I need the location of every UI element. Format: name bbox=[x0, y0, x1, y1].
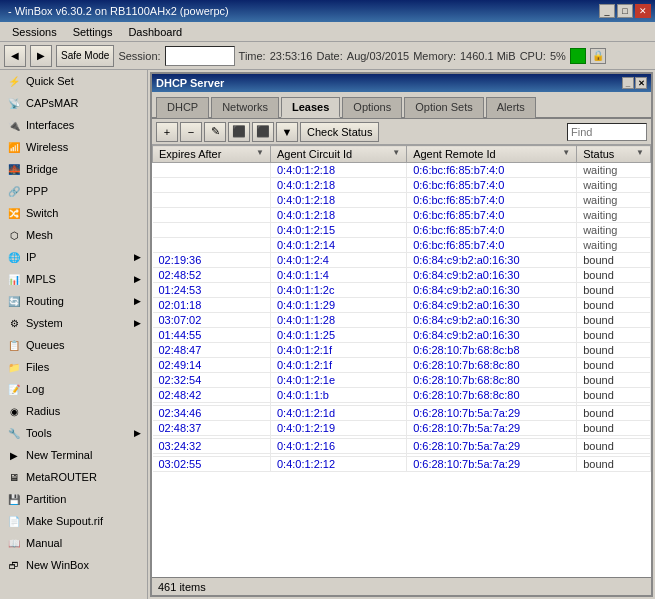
sidebar-item-ip[interactable]: 🌐 IP ▶ bbox=[0, 246, 147, 268]
col-agent-circuit-id[interactable]: Agent Circuit Id ▼ bbox=[270, 146, 406, 163]
table-row[interactable]: 01:44:550:4:0:1:1:250:6:84:c9:b2:a0:16:3… bbox=[153, 328, 651, 343]
sidebar-item-switch[interactable]: 🔀 Switch bbox=[0, 202, 147, 224]
table-row[interactable]: 02:49:140:4:0:1:2:1f0:6:28:10:7b:68:8c:8… bbox=[153, 358, 651, 373]
sidebar-item-files[interactable]: 📁 Files bbox=[0, 356, 147, 378]
table-row[interactable]: 0:4:0:1:2:180:6:bc:f6:85:b7:4:0waiting bbox=[153, 193, 651, 208]
sidebar-item-routing[interactable]: 🔄 Routing ▶ bbox=[0, 290, 147, 312]
tab-networks[interactable]: Networks bbox=[211, 97, 279, 118]
table-row[interactable]: 03:02:550:4:0:1:2:120:6:28:10:7b:5a:7a:2… bbox=[153, 457, 651, 472]
sidebar-item-bridge[interactable]: 🌉 Bridge bbox=[0, 158, 147, 180]
sidebar-item-manual[interactable]: 📖 Manual bbox=[0, 532, 147, 554]
remove-button[interactable]: − bbox=[180, 122, 202, 142]
add-button[interactable]: + bbox=[156, 122, 178, 142]
search-input[interactable] bbox=[567, 123, 647, 141]
sidebar-item-radius[interactable]: ◉ Radius bbox=[0, 400, 147, 422]
tab-dhcp[interactable]: DHCP bbox=[156, 97, 209, 118]
maximize-button[interactable]: □ bbox=[617, 4, 633, 18]
tab-option-sets[interactable]: Option Sets bbox=[404, 97, 483, 118]
table-row[interactable]: 0:4:0:1:2:180:6:bc:f6:85:b7:4:0waiting bbox=[153, 178, 651, 193]
sidebar-item-quick-set[interactable]: ⚡ Quick Set bbox=[0, 70, 147, 92]
dhcp-minimize-button[interactable]: _ bbox=[622, 77, 634, 89]
table-row[interactable]: 0:4:0:1:2:180:6:bc:f6:85:b7:4:0waiting bbox=[153, 163, 651, 178]
table-row[interactable]: 02:48:420:4:0:1:1:b0:6:28:10:7b:68:8c:80… bbox=[153, 388, 651, 403]
table-row[interactable]: 0:4:0:1:2:180:6:bc:f6:85:b7:4:0waiting bbox=[153, 208, 651, 223]
minimize-button[interactable]: _ bbox=[599, 4, 615, 18]
tab-alerts[interactable]: Alerts bbox=[486, 97, 536, 118]
sidebar-item-ppp[interactable]: 🔗 PPP bbox=[0, 180, 147, 202]
tools-arrow: ▶ bbox=[134, 428, 141, 438]
close-button[interactable]: ✕ bbox=[635, 4, 651, 18]
table-row[interactable]: 03:24:320:4:0:1:2:160:6:28:10:7b:5a:7a:2… bbox=[153, 439, 651, 454]
table-row[interactable]: 03:07:020:4:0:1:1:280:6:84:c9:b2:a0:16:3… bbox=[153, 313, 651, 328]
session-input[interactable] bbox=[165, 46, 235, 66]
cell-status: waiting bbox=[577, 223, 651, 238]
mpls-arrow: ▶ bbox=[134, 274, 141, 284]
table-row[interactable]: 02:48:370:4:0:1:2:190:6:28:10:7b:5a:7a:2… bbox=[153, 421, 651, 436]
cell-expires: 02:48:37 bbox=[153, 421, 271, 436]
sidebar-item-partition[interactable]: 💾 Partition bbox=[0, 488, 147, 510]
table-row[interactable]: 02:01:180:4:0:1:1:290:6:84:c9:b2:a0:16:3… bbox=[153, 298, 651, 313]
table-row[interactable]: 02:48:470:4:0:1:2:1f0:6:28:10:7b:68:8c:b… bbox=[153, 343, 651, 358]
lock-icon: 🔒 bbox=[590, 48, 606, 64]
sidebar-item-log[interactable]: 📝 Log bbox=[0, 378, 147, 400]
cell-status: bound bbox=[577, 457, 651, 472]
sidebar-item-tools[interactable]: 🔧 Tools ▶ bbox=[0, 422, 147, 444]
col-expires-after[interactable]: Expires After ▼ bbox=[153, 146, 271, 163]
ip-arrow: ▶ bbox=[134, 252, 141, 262]
table-row[interactable]: 02:19:360:4:0:1:2:40:6:84:c9:b2:a0:16:30… bbox=[153, 253, 651, 268]
sidebar-item-mesh[interactable]: ⬡ Mesh bbox=[0, 224, 147, 246]
sidebar-item-mpls[interactable]: 📊 MPLS ▶ bbox=[0, 268, 147, 290]
forward-button[interactable]: ▶ bbox=[30, 45, 52, 67]
cell-circuit-id: 0:4:0:1:2:16 bbox=[270, 439, 406, 454]
col-agent-remote-id[interactable]: Agent Remote Id ▼ bbox=[407, 146, 577, 163]
col-status[interactable]: Status ▼ bbox=[577, 146, 651, 163]
dhcp-toolbar: + − ✎ ⬛ ⬛ ▼ Check Status bbox=[152, 119, 651, 145]
system-icon: ⚙ bbox=[6, 315, 22, 331]
table-row[interactable]: 01:24:530:4:0:1:1:2c0:6:84:c9:b2:a0:16:3… bbox=[153, 283, 651, 298]
sidebar-item-new-winbox[interactable]: 🗗 New WinBox bbox=[0, 554, 147, 576]
cell-remote-id: 0:6:84:c9:b2:a0:16:30 bbox=[407, 283, 577, 298]
menu-settings[interactable]: Settings bbox=[65, 24, 121, 40]
cell-expires bbox=[153, 163, 271, 178]
cell-circuit-id: 0:4:0:1:1:4 bbox=[270, 268, 406, 283]
cell-remote-id: 0:6:28:10:7b:5a:7a:29 bbox=[407, 421, 577, 436]
sidebar-item-queues[interactable]: 📋 Queues bbox=[0, 334, 147, 356]
table-row[interactable]: 02:48:520:4:0:1:1:40:6:84:c9:b2:a0:16:30… bbox=[153, 268, 651, 283]
tab-leases[interactable]: Leases bbox=[281, 97, 340, 118]
sidebar-item-metarouter[interactable]: 🖥 MetaROUTER bbox=[0, 466, 147, 488]
sidebar-item-new-terminal[interactable]: ▶ New Terminal bbox=[0, 444, 147, 466]
cell-circuit-id: 0:4:0:1:1:25 bbox=[270, 328, 406, 343]
cell-expires: 02:34:46 bbox=[153, 406, 271, 421]
sidebar-label-bridge: Bridge bbox=[26, 163, 58, 175]
cell-remote-id: 0:6:28:10:7b:5a:7a:29 bbox=[407, 457, 577, 472]
sidebar-item-wireless[interactable]: 📶 Wireless bbox=[0, 136, 147, 158]
table-row[interactable]: 02:34:460:4:0:1:2:1d0:6:28:10:7b:5a:7a:2… bbox=[153, 406, 651, 421]
tab-options[interactable]: Options bbox=[342, 97, 402, 118]
table-container[interactable]: Expires After ▼ Agent Circuit Id ▼ Agent… bbox=[152, 145, 651, 577]
sidebar-item-make-supout[interactable]: 📄 Make Supout.rif bbox=[0, 510, 147, 532]
back-button[interactable]: ◀ bbox=[4, 45, 26, 67]
table-row[interactable]: 0:4:0:1:2:140:6:bc:f6:85:b7:4:0waiting bbox=[153, 238, 651, 253]
table-row[interactable]: 02:32:540:4:0:1:2:1e0:6:28:10:7b:68:8c:8… bbox=[153, 373, 651, 388]
sidebar-item-interfaces[interactable]: 🔌 Interfaces bbox=[0, 114, 147, 136]
cell-remote-id: 0:6:bc:f6:85:b7:4:0 bbox=[407, 178, 577, 193]
check-status-button[interactable]: Check Status bbox=[300, 122, 379, 142]
session-label: Session: bbox=[118, 50, 160, 62]
cell-circuit-id: 0:4:0:1:2:18 bbox=[270, 193, 406, 208]
tab-bar: DHCP Networks Leases Options Option Sets… bbox=[152, 92, 651, 119]
table-row[interactable]: 0:4:0:1:2:150:6:bc:f6:85:b7:4:0waiting bbox=[153, 223, 651, 238]
sidebar-label-files: Files bbox=[26, 361, 49, 373]
menu-dashboard[interactable]: Dashboard bbox=[120, 24, 190, 40]
safe-mode-button[interactable]: Safe Mode bbox=[56, 45, 114, 67]
sidebar-item-capsman[interactable]: 📡 CAPsMAR bbox=[0, 92, 147, 114]
dhcp-window: DHCP Server _ ✕ DHCP Networks Leases Opt… bbox=[150, 72, 653, 597]
menu-sessions[interactable]: Sessions bbox=[4, 24, 65, 40]
paste-button[interactable]: ⬛ bbox=[252, 122, 274, 142]
copy-button[interactable]: ⬛ bbox=[228, 122, 250, 142]
sidebar-item-system[interactable]: ⚙ System ▶ bbox=[0, 312, 147, 334]
dhcp-close-button[interactable]: ✕ bbox=[635, 77, 647, 89]
edit-button[interactable]: ✎ bbox=[204, 122, 226, 142]
cell-expires: 01:44:55 bbox=[153, 328, 271, 343]
filter-button[interactable]: ▼ bbox=[276, 122, 298, 142]
col-status-sort: ▼ bbox=[636, 148, 644, 157]
